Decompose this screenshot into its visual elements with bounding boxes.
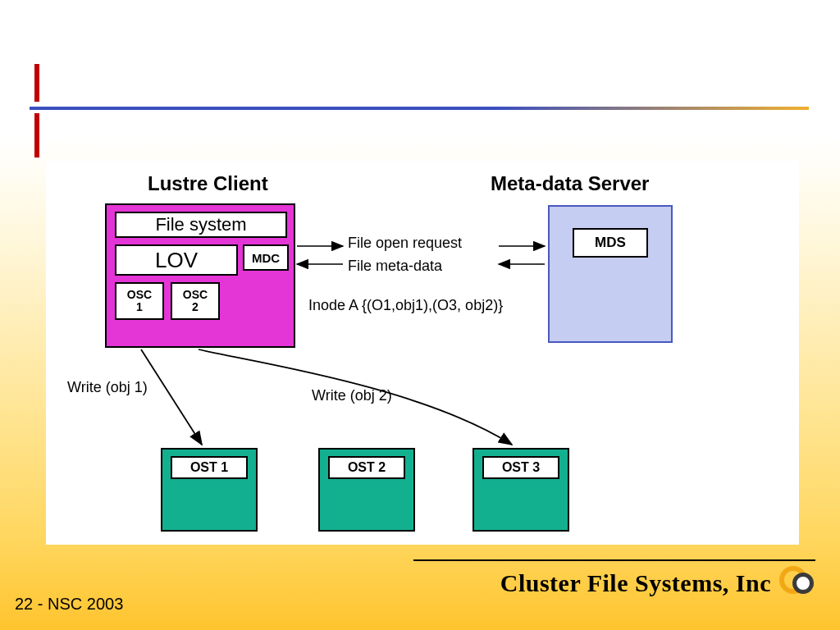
mds-server-box (548, 205, 673, 343)
ost2-box: OST 2 (318, 448, 415, 532)
brand-text: Cluster File Systems, Inc (500, 569, 771, 597)
accent-mark-top (34, 64, 39, 102)
lov-box: LOV (115, 244, 238, 276)
ost3-box: OST 3 (472, 448, 569, 532)
slide: Lustre Client Meta-data Server File syst… (0, 0, 840, 630)
slide-number-footer: 22 - NSC 2003 (15, 595, 123, 614)
server-heading: Meta-data Server (491, 172, 649, 195)
osc1-box: OSC 1 (115, 282, 164, 320)
mdc-box: MDC (243, 244, 289, 271)
client-box: File system LOV MDC OSC 1 OSC 2 (105, 203, 295, 348)
osc1-label-line1: OSC (127, 288, 152, 301)
brand-block: Cluster File Systems, Inc (413, 559, 815, 605)
ost3-label: OST 3 (482, 456, 559, 479)
mds-label-box: MDS (573, 228, 648, 258)
inode-label: Inode A {(O1,obj1),(O3, obj2)} (308, 297, 503, 314)
ost2-label: OST 2 (328, 456, 405, 479)
osc2-label-line2: 2 (192, 300, 199, 313)
divider-line (30, 107, 809, 110)
osc1-label-line2: 1 (136, 300, 143, 313)
osc2-box: OSC 2 (171, 282, 220, 320)
brand-logo-icon (778, 564, 815, 602)
osc2-label-line1: OSC (183, 288, 208, 301)
file-meta-data-label: File meta-data (348, 258, 442, 275)
filesystem-box: File system (115, 212, 287, 238)
write-obj2-label: Write (obj 2) (312, 387, 392, 404)
write-obj1-label: Write (obj 1) (67, 379, 148, 396)
ost1-box: OST 1 (161, 448, 258, 532)
file-open-request-label: File open request (348, 235, 462, 252)
ost1-label: OST 1 (171, 456, 248, 479)
client-heading: Lustre Client (148, 172, 268, 195)
accent-mark-bottom (34, 113, 39, 158)
